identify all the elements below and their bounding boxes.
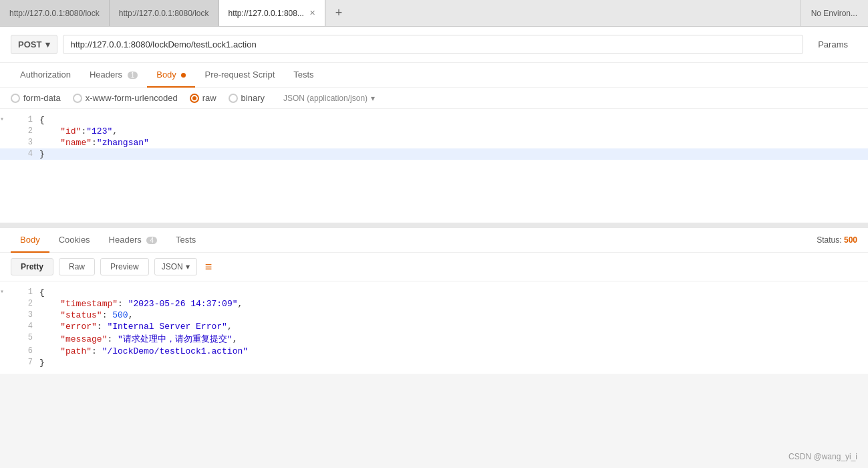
resp-tab-headers[interactable]: Headers 4 xyxy=(100,228,166,253)
url-input[interactable] xyxy=(63,35,803,54)
resp-line-6: 6 "path": "/lockDemo/testLock1.action" xyxy=(0,346,868,357)
env-indicator[interactable]: No Environ... xyxy=(800,0,868,26)
tabs-bar: http://127.0.0.1:8080/lock http://127.0.… xyxy=(0,0,868,27)
resp-line-7: 7 } xyxy=(0,357,868,368)
radio-urlencoded[interactable] xyxy=(73,94,82,103)
resp-line-1: ▾ 1 { xyxy=(0,287,868,298)
format-label: JSON xyxy=(162,262,183,271)
tab-1-label: http://127.0.0.1:8080/lock xyxy=(9,9,100,18)
format-select[interactable]: JSON ▾ xyxy=(154,258,197,275)
method-dropdown-icon: ▾ xyxy=(45,39,50,49)
response-subtabs: Body Cookies Headers 4 Tests xyxy=(11,228,205,252)
req-line-4: 4 } xyxy=(0,148,868,160)
req-line-1: ▾ 1 { xyxy=(0,114,868,126)
radio-binary[interactable] xyxy=(229,94,238,103)
status-code: 500 xyxy=(844,235,857,245)
env-label: No Environ... xyxy=(811,9,857,18)
tab-body[interactable]: Body xyxy=(147,63,195,88)
status-label: Status: xyxy=(817,235,841,245)
tab-3-label: http://127.0.0.1:808... xyxy=(229,9,304,18)
method-label: POST xyxy=(18,39,41,49)
arrow-1[interactable]: ▾ xyxy=(0,115,9,123)
url-bar: POST ▾ Params xyxy=(0,27,868,63)
json-type-select[interactable]: JSON (application/json) ▾ xyxy=(283,94,375,103)
tab-tests[interactable]: Tests xyxy=(284,63,323,88)
arrow-2 xyxy=(0,126,9,134)
resp-line-5: 5 "message": "请求处理中，请勿重复提交", xyxy=(0,332,868,346)
resp-line-2: 2 "timestamp": "2023-05-26 14:37:09", xyxy=(0,298,868,310)
resp-headers-badge: 4 xyxy=(146,237,157,244)
tab-1[interactable]: http://127.0.0.1:8080/lock xyxy=(0,0,110,26)
tab-3[interactable]: http://127.0.0.1:808... ✕ xyxy=(219,0,325,26)
tab-headers[interactable]: Headers 1 xyxy=(80,63,147,88)
resp-line-3: 3 "status": 500, xyxy=(0,310,868,321)
arrow-4 xyxy=(0,149,9,156)
tab-2[interactable]: http://127.0.0.1:8080/lock xyxy=(110,0,219,26)
resp-tab-body[interactable]: Body xyxy=(11,228,49,253)
response-toolbar: Pretty Raw Preview JSON ▾ ≡ xyxy=(0,253,868,281)
resp-tab-cookies[interactable]: Cookies xyxy=(49,228,100,253)
preview-button[interactable]: Preview xyxy=(100,258,149,275)
headers-badge: 1 xyxy=(128,72,138,79)
params-button[interactable]: Params xyxy=(809,35,857,53)
wrap-icon[interactable]: ≡ xyxy=(205,260,212,274)
option-binary[interactable]: binary xyxy=(229,93,265,103)
tab-authorization[interactable]: Authorization xyxy=(11,63,80,88)
option-raw[interactable]: raw xyxy=(190,93,216,103)
response-panel: Body Cookies Headers 4 Tests Status: 500… xyxy=(0,228,868,374)
raw-button[interactable]: Raw xyxy=(59,258,95,275)
status-info: Status: 500 xyxy=(817,235,857,245)
method-select[interactable]: POST ▾ xyxy=(11,35,57,54)
option-urlencoded[interactable]: x-www-form-urlencoded xyxy=(73,93,178,103)
req-line-3: 3 "name":"zhangsan" xyxy=(0,137,868,148)
radio-form-data[interactable] xyxy=(11,94,20,103)
resp-arrow-1[interactable]: ▾ xyxy=(0,287,9,296)
response-header: Body Cookies Headers 4 Tests Status: 500 xyxy=(0,228,868,253)
body-options: form-data x-www-form-urlencoded raw bina… xyxy=(0,88,868,109)
json-type-label: JSON (application/json) xyxy=(283,94,368,103)
option-form-data[interactable]: form-data xyxy=(11,93,61,103)
tab-3-close-icon[interactable]: ✕ xyxy=(309,9,315,17)
req-line-2: 2 "id":"123", xyxy=(0,126,868,137)
json-type-dropdown-icon: ▾ xyxy=(371,94,375,103)
format-dropdown-icon: ▾ xyxy=(186,262,190,271)
arrow-3 xyxy=(0,138,9,145)
add-tab-button[interactable]: + xyxy=(328,3,349,24)
resp-tab-tests[interactable]: Tests xyxy=(166,228,205,253)
body-dot xyxy=(181,73,186,78)
request-subtabs: Authorization Headers 1 Body Pre-request… xyxy=(0,63,868,88)
pretty-button[interactable]: Pretty xyxy=(11,258,53,275)
tab-2-label: http://127.0.0.1:8080/lock xyxy=(119,9,209,18)
tab-prerequest[interactable]: Pre-request Script xyxy=(195,63,284,88)
radio-raw[interactable] xyxy=(190,94,199,103)
request-body-editor[interactable]: ▾ 1 { 2 "id":"123", 3 "name":"zhangsan" … xyxy=(0,109,868,223)
response-body-editor: ▾ 1 { 2 "timestamp": "2023-05-26 14:37:0… xyxy=(0,281,868,374)
resp-line-4: 4 "error": "Internal Server Error", xyxy=(0,321,868,332)
watermark: CSDN @wang_yi_i xyxy=(788,452,857,461)
request-panel: POST ▾ Params Authorization Headers 1 Bo… xyxy=(0,27,868,228)
